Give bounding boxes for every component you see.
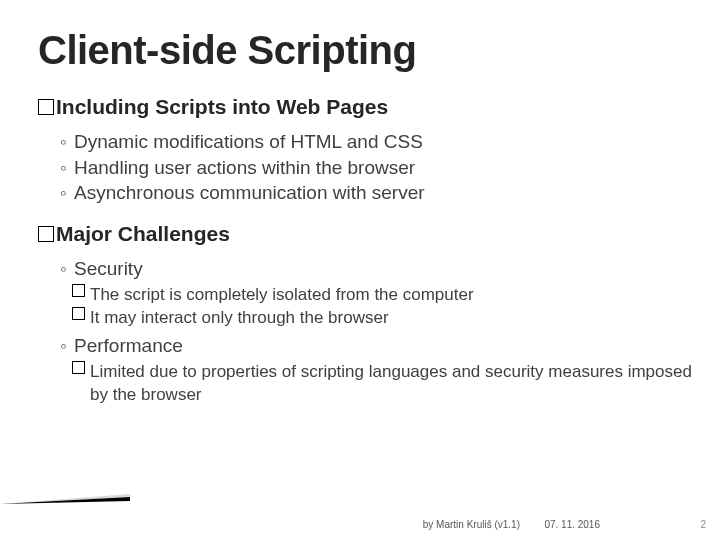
list-item: Handling user actions within the browser (60, 155, 700, 181)
section-2-sub-list: The script is completely isolated from t… (72, 284, 700, 330)
list-item-text: It may interact only through the browser (90, 308, 389, 327)
slide-content: Client-side Scripting Including Scripts … (38, 28, 700, 520)
list-item-text: The script is completely isolated from t… (90, 285, 474, 304)
footer-page-number: 2 (700, 519, 706, 530)
list-item: It may interact only through the browser (72, 307, 700, 330)
footer-byline: by Martin Kruliš (v1.1) (423, 519, 520, 530)
bullet-box-icon (38, 226, 54, 242)
bullet-box-icon (38, 99, 54, 115)
list-item: Security (60, 256, 700, 282)
section-2-list: Performance (60, 333, 700, 359)
section-2-heading-text: Major Challenges (56, 222, 230, 245)
section-1-list: Dynamic modifications of HTML and CSS Ha… (60, 129, 700, 206)
list-item-text: Limited due to properties of scripting l… (90, 362, 692, 404)
bullet-box-icon (72, 284, 85, 297)
section-1-heading-text: Including Scripts into Web Pages (56, 95, 388, 118)
section-2-list: Security (60, 256, 700, 282)
bullet-box-icon (72, 361, 85, 374)
section-1-heading: Including Scripts into Web Pages (38, 95, 700, 119)
footer-date: 07. 11. 2016 (544, 519, 600, 530)
bullet-box-icon (72, 307, 85, 320)
list-item: Asynchronous communication with server (60, 180, 700, 206)
list-item: The script is completely isolated from t… (72, 284, 700, 307)
list-item: Performance (60, 333, 700, 359)
section-2-heading: Major Challenges (38, 222, 700, 246)
list-item: Dynamic modifications of HTML and CSS (60, 129, 700, 155)
slide-title: Client-side Scripting (38, 28, 700, 73)
list-item: Limited due to properties of scripting l… (72, 361, 700, 407)
section-2-sub-list: Limited due to properties of scripting l… (72, 361, 700, 407)
